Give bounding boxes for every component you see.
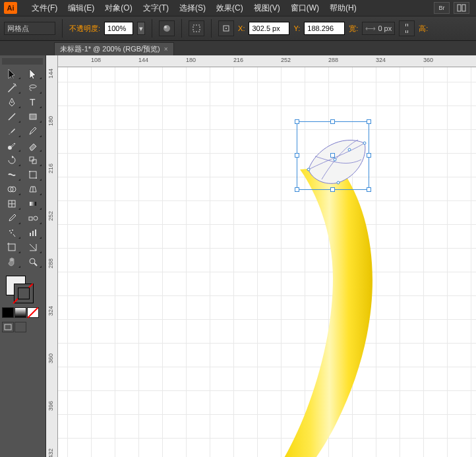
- menu-help[interactable]: 帮助(H): [324, 3, 362, 14]
- toolbox-grip[interactable]: [2, 58, 43, 65]
- x-field[interactable]: 302.5 px: [249, 22, 289, 35]
- direct-selection-tool[interactable]: [23, 66, 43, 80]
- slice-tool[interactable]: [23, 240, 43, 255]
- color-mode-button[interactable]: [2, 307, 14, 318]
- svg-rect-24: [30, 202, 36, 206]
- svg-point-2: [164, 25, 170, 32]
- ruler-tick: 288: [47, 259, 54, 268]
- line-tool[interactable]: [2, 109, 22, 124]
- menu-select[interactable]: 选择(S): [174, 3, 211, 14]
- gradient-mode-button[interactable]: [15, 307, 26, 318]
- svg-rect-1: [462, 5, 465, 11]
- menu-type[interactable]: 文字(T): [138, 3, 174, 14]
- y-label: Y:: [293, 24, 300, 32]
- selection-bounding-box[interactable]: [297, 121, 369, 190]
- graph-tool[interactable]: [23, 226, 43, 240]
- opacity-label: 不透明度:: [69, 24, 100, 34]
- screen-icon: [4, 324, 12, 330]
- free-transform-tool[interactable]: [23, 168, 43, 182]
- bbox-handle-tm[interactable]: [330, 119, 335, 124]
- svg-text:T: T: [30, 97, 36, 107]
- y-field[interactable]: 188.296: [304, 22, 345, 35]
- svg-point-7: [15, 84, 16, 85]
- color-swatches[interactable]: [2, 274, 44, 305]
- pencil-tool[interactable]: [23, 124, 43, 138]
- bbox-handle-ml[interactable]: [295, 153, 299, 158]
- artboard-tool[interactable]: [2, 240, 22, 255]
- svg-rect-4: [193, 25, 200, 32]
- pen-tool[interactable]: [2, 95, 22, 109]
- paintbrush-tool[interactable]: [2, 124, 22, 138]
- hand-tool[interactable]: [2, 255, 22, 269]
- shape-builder-tool[interactable]: [2, 182, 22, 197]
- bbox-handle-bm[interactable]: [330, 187, 335, 192]
- blend-tool[interactable]: [23, 211, 43, 226]
- link-icon: [403, 24, 410, 33]
- stroke-swatch[interactable]: [14, 284, 34, 303]
- bbox-handle-tr[interactable]: [367, 119, 371, 124]
- svg-point-26: [34, 216, 38, 220]
- eyedropper-tool[interactable]: [2, 211, 22, 226]
- mesh-tool[interactable]: [2, 197, 22, 211]
- magic-wand-tool[interactable]: [2, 80, 22, 95]
- menu-view[interactable]: 视图(V): [249, 3, 285, 14]
- selection-tool[interactable]: [2, 66, 22, 80]
- gradient-tool-icon: [28, 198, 38, 209]
- eraser-tool[interactable]: [23, 138, 43, 153]
- mode-display[interactable]: 网格点: [4, 22, 55, 35]
- bbox-handle-bl[interactable]: [295, 187, 299, 192]
- scale-tool[interactable]: [23, 153, 43, 168]
- symbol-sprayer-tool[interactable]: [2, 226, 22, 240]
- document-tabbar: 未标题-1* @ 200% (RGB/预览) ×: [0, 41, 476, 55]
- ruler-tick: 396: [47, 401, 54, 411]
- opacity-dropdown[interactable]: ▾: [137, 22, 145, 35]
- ruler-tick: 432: [47, 448, 54, 457]
- workspace: T 144180216252288324360396432 1081441802…: [0, 55, 476, 457]
- perspective-tool[interactable]: [23, 182, 43, 197]
- bbox-handle-tl[interactable]: [295, 119, 299, 124]
- zoom-tool[interactable]: [23, 255, 43, 269]
- menu-file[interactable]: 文件(F): [26, 3, 63, 14]
- document-tab[interactable]: 未标题-1* @ 200% (RGB/预览) ×: [54, 42, 174, 55]
- svg-rect-0: [458, 5, 461, 11]
- lasso-tool[interactable]: [23, 80, 43, 95]
- artboard-tool-icon: [7, 242, 17, 253]
- gradient-tool[interactable]: [23, 197, 43, 211]
- draw-mode-button[interactable]: [15, 322, 26, 332]
- bbox-handle-br[interactable]: [367, 187, 371, 192]
- type-tool[interactable]: T: [23, 95, 43, 109]
- svg-rect-33: [9, 244, 15, 251]
- none-mode-button[interactable]: [27, 307, 39, 318]
- rotate-tool[interactable]: [2, 153, 22, 168]
- canvas-area: 108144180216252288324360: [58, 55, 476, 457]
- rectangle-tool[interactable]: [23, 109, 43, 124]
- shape-builder-tool-icon: [7, 184, 17, 195]
- type-tool-icon: T: [28, 97, 38, 107]
- menu-window[interactable]: 窗口(W): [285, 3, 324, 14]
- menu-edit[interactable]: 编辑(E): [63, 3, 100, 14]
- align-button[interactable]: [189, 20, 204, 36]
- canvas[interactable]: [58, 67, 476, 457]
- ruler-tick: 216: [47, 164, 54, 173]
- bridge-button[interactable]: Br: [434, 2, 450, 14]
- transform-anchor[interactable]: [218, 20, 234, 36]
- menu-object[interactable]: 对象(O): [100, 3, 137, 14]
- w-field[interactable]: ⟷ 0 px: [362, 22, 395, 35]
- bbox-center[interactable]: [330, 153, 335, 158]
- style-button[interactable]: [159, 20, 175, 36]
- menu-effect[interactable]: 效果(C): [211, 3, 249, 14]
- link-wh-button[interactable]: [399, 20, 415, 36]
- svg-rect-11: [30, 114, 36, 119]
- bbox-handle-mr[interactable]: [367, 153, 371, 158]
- arrange-button[interactable]: [454, 2, 469, 14]
- svg-line-37: [34, 263, 37, 266]
- svg-rect-30: [30, 233, 31, 236]
- app-logo: Ai: [4, 2, 17, 14]
- magic-wand-tool-icon: [7, 82, 17, 93]
- screen-mode-button[interactable]: [2, 322, 14, 332]
- close-tab-button[interactable]: ×: [164, 46, 168, 53]
- width-tool[interactable]: [2, 168, 22, 182]
- opacity-field[interactable]: 100%: [104, 22, 133, 35]
- blob-brush-tool[interactable]: [2, 138, 22, 153]
- menubar: Ai 文件(F) 编辑(E) 对象(O) 文字(T) 选择(S) 效果(C) 视…: [0, 0, 476, 16]
